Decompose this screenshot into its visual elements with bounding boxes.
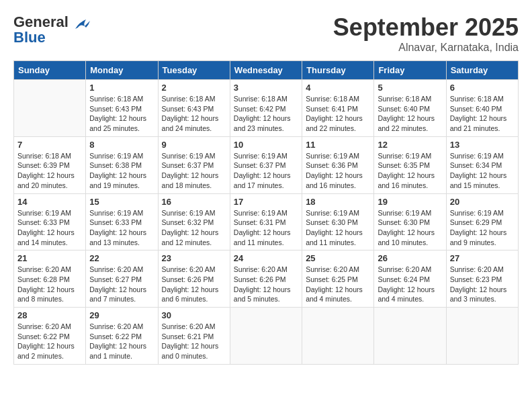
day-info: Sunrise: 6:20 AM Sunset: 6:23 PM Dayligh… (450, 265, 515, 304)
calendar-cell: 16Sunrise: 6:19 AM Sunset: 6:32 PM Dayli… (158, 193, 230, 250)
calendar-cell: 4Sunrise: 6:18 AM Sunset: 6:41 PM Daylig… (302, 80, 374, 137)
calendar-cell: 13Sunrise: 6:19 AM Sunset: 6:34 PM Dayli… (446, 136, 518, 193)
calendar-cell: 24Sunrise: 6:20 AM Sunset: 6:26 PM Dayli… (230, 250, 302, 308)
calendar-cell: 9Sunrise: 6:19 AM Sunset: 6:37 PM Daylig… (158, 136, 230, 193)
day-number: 4 (306, 83, 370, 93)
day-number: 16 (162, 197, 226, 207)
day-number: 13 (450, 140, 515, 150)
day-number: 9 (162, 140, 226, 150)
calendar-cell (230, 308, 302, 365)
calendar-cell: 19Sunrise: 6:19 AM Sunset: 6:30 PM Dayli… (374, 193, 446, 250)
calendar-cell: 26Sunrise: 6:20 AM Sunset: 6:24 PM Dayli… (374, 250, 446, 308)
day-info: Sunrise: 6:18 AM Sunset: 6:40 PM Dayligh… (450, 94, 515, 134)
calendar-cell: 1Sunrise: 6:18 AM Sunset: 6:43 PM Daylig… (86, 80, 158, 137)
calendar-cell: 2Sunrise: 6:18 AM Sunset: 6:43 PM Daylig… (158, 80, 230, 137)
day-info: Sunrise: 6:19 AM Sunset: 6:33 PM Dayligh… (89, 208, 154, 248)
day-number: 5 (378, 83, 442, 93)
calendar-cell: 6Sunrise: 6:18 AM Sunset: 6:40 PM Daylig… (446, 80, 518, 137)
calendar-cell: 30Sunrise: 6:20 AM Sunset: 6:21 PM Dayli… (158, 308, 230, 365)
day-of-week-header: Tuesday (158, 61, 230, 80)
calendar-cell: 11Sunrise: 6:19 AM Sunset: 6:36 PM Dayli… (302, 136, 374, 193)
day-of-week-header: Saturday (446, 61, 518, 80)
calendar-cell (374, 308, 446, 365)
day-info: Sunrise: 6:20 AM Sunset: 6:24 PM Dayligh… (378, 265, 442, 304)
day-number: 14 (17, 197, 82, 207)
day-info: Sunrise: 6:18 AM Sunset: 6:43 PM Dayligh… (162, 94, 226, 134)
day-info: Sunrise: 6:20 AM Sunset: 6:28 PM Dayligh… (17, 265, 82, 304)
day-info: Sunrise: 6:20 AM Sunset: 6:26 PM Dayligh… (234, 265, 298, 304)
day-info: Sunrise: 6:19 AM Sunset: 6:30 PM Dayligh… (378, 208, 442, 248)
calendar-cell: 18Sunrise: 6:19 AM Sunset: 6:30 PM Dayli… (302, 193, 374, 250)
calendar-table: SundayMondayTuesdayWednesdayThursdayFrid… (13, 60, 519, 365)
calendar-cell (14, 80, 86, 137)
day-number: 12 (378, 140, 442, 150)
day-info: Sunrise: 6:18 AM Sunset: 6:41 PM Dayligh… (306, 94, 370, 134)
calendar-cell: 10Sunrise: 6:19 AM Sunset: 6:37 PM Dayli… (230, 136, 302, 193)
calendar-cell (446, 308, 518, 365)
day-info: Sunrise: 6:19 AM Sunset: 6:36 PM Dayligh… (306, 151, 370, 191)
calendar-cell: 25Sunrise: 6:20 AM Sunset: 6:25 PM Dayli… (302, 250, 374, 308)
location-subtitle: Alnavar, Karnataka, India (333, 42, 519, 54)
day-info: Sunrise: 6:18 AM Sunset: 6:39 PM Dayligh… (17, 151, 82, 191)
logo-blue-text: Blue (13, 29, 46, 46)
day-number: 19 (378, 197, 442, 207)
day-number: 3 (234, 83, 298, 93)
day-number: 8 (89, 140, 154, 150)
calendar-cell: 23Sunrise: 6:20 AM Sunset: 6:26 PM Dayli… (158, 250, 230, 308)
day-info: Sunrise: 6:20 AM Sunset: 6:27 PM Dayligh… (89, 265, 154, 304)
logo-bird-icon (73, 17, 91, 32)
calendar-cell: 12Sunrise: 6:19 AM Sunset: 6:35 PM Dayli… (374, 136, 446, 193)
calendar-cell: 20Sunrise: 6:19 AM Sunset: 6:29 PM Dayli… (446, 193, 518, 250)
day-number: 29 (89, 310, 154, 320)
calendar-cell: 28Sunrise: 6:20 AM Sunset: 6:22 PM Dayli… (14, 308, 86, 365)
day-number: 17 (234, 197, 298, 207)
calendar-cell: 8Sunrise: 6:19 AM Sunset: 6:38 PM Daylig… (86, 136, 158, 193)
day-number: 10 (234, 140, 298, 150)
day-info: Sunrise: 6:19 AM Sunset: 6:29 PM Dayligh… (450, 208, 515, 248)
day-info: Sunrise: 6:20 AM Sunset: 6:22 PM Dayligh… (89, 322, 154, 361)
day-number: 6 (450, 83, 515, 93)
day-of-week-header: Friday (374, 61, 446, 80)
day-info: Sunrise: 6:20 AM Sunset: 6:26 PM Dayligh… (162, 265, 226, 304)
day-info: Sunrise: 6:19 AM Sunset: 6:31 PM Dayligh… (234, 208, 298, 248)
day-of-week-header: Sunday (14, 61, 86, 80)
day-of-week-header: Thursday (302, 61, 374, 80)
day-info: Sunrise: 6:19 AM Sunset: 6:34 PM Dayligh… (450, 151, 515, 191)
logo: General Blue (13, 13, 91, 46)
day-number: 15 (89, 197, 154, 207)
day-info: Sunrise: 6:19 AM Sunset: 6:37 PM Dayligh… (234, 151, 298, 191)
day-number: 28 (17, 310, 82, 320)
calendar-cell: 3Sunrise: 6:18 AM Sunset: 6:42 PM Daylig… (230, 80, 302, 137)
calendar-cell: 27Sunrise: 6:20 AM Sunset: 6:23 PM Dayli… (446, 250, 518, 308)
day-of-week-header: Monday (86, 61, 158, 80)
calendar-cell: 15Sunrise: 6:19 AM Sunset: 6:33 PM Dayli… (86, 193, 158, 250)
calendar-cell: 14Sunrise: 6:19 AM Sunset: 6:33 PM Dayli… (14, 193, 86, 250)
day-info: Sunrise: 6:19 AM Sunset: 6:33 PM Dayligh… (17, 208, 82, 248)
page-header: General Blue September 2025 Alnavar, Kar… (13, 13, 519, 54)
day-number: 18 (306, 197, 370, 207)
day-info: Sunrise: 6:18 AM Sunset: 6:43 PM Dayligh… (89, 94, 154, 134)
calendar-cell: 22Sunrise: 6:20 AM Sunset: 6:27 PM Dayli… (86, 250, 158, 308)
day-number: 20 (450, 197, 515, 207)
calendar-cell: 21Sunrise: 6:20 AM Sunset: 6:28 PM Dayli… (14, 250, 86, 308)
day-number: 2 (162, 83, 226, 93)
day-info: Sunrise: 6:18 AM Sunset: 6:42 PM Dayligh… (234, 94, 298, 134)
day-number: 22 (89, 253, 154, 263)
day-number: 1 (89, 83, 154, 93)
month-title: September 2025 (333, 13, 519, 42)
day-info: Sunrise: 6:19 AM Sunset: 6:35 PM Dayligh… (378, 151, 442, 191)
day-number: 27 (450, 253, 515, 263)
calendar-cell (302, 308, 374, 365)
day-number: 23 (162, 253, 226, 263)
calendar-cell: 5Sunrise: 6:18 AM Sunset: 6:40 PM Daylig… (374, 80, 446, 137)
day-info: Sunrise: 6:18 AM Sunset: 6:40 PM Dayligh… (378, 94, 442, 134)
day-of-week-header: Wednesday (230, 61, 302, 80)
day-number: 11 (306, 140, 370, 150)
day-number: 25 (306, 253, 370, 263)
day-info: Sunrise: 6:19 AM Sunset: 6:38 PM Dayligh… (89, 151, 154, 191)
day-info: Sunrise: 6:19 AM Sunset: 6:32 PM Dayligh… (162, 208, 226, 248)
title-block: September 2025 Alnavar, Karnataka, India (333, 13, 519, 54)
day-number: 24 (234, 253, 298, 263)
day-number: 7 (17, 140, 82, 150)
day-number: 21 (17, 253, 82, 263)
